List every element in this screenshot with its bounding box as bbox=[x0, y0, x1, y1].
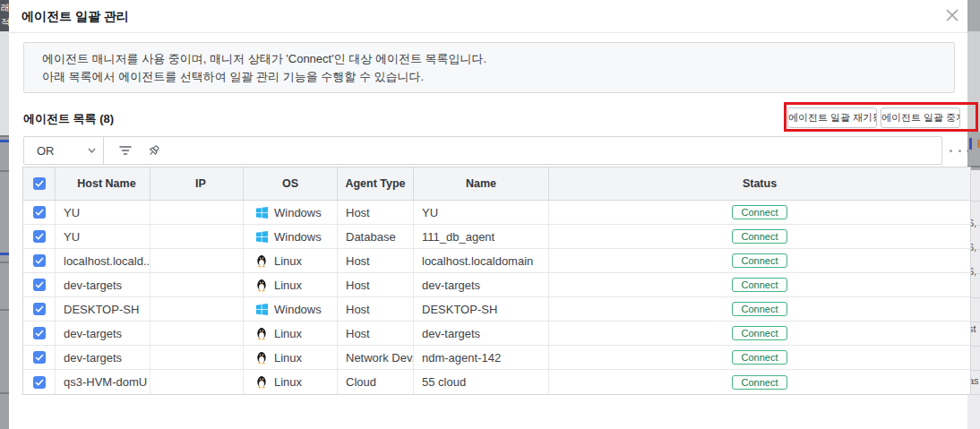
table-row: dev-targets Linux Network Dev... ndm-age… bbox=[23, 346, 970, 370]
background-left-strip: 래 적 bbox=[0, 0, 9, 429]
table-row: dev-targets Linux Host dev-targets Conne… bbox=[23, 273, 970, 297]
batch-restart-button[interactable]: 에이전트 일괄 재기동 bbox=[787, 107, 877, 128]
divider bbox=[9, 32, 967, 33]
cell-agent-type: Host bbox=[338, 249, 414, 272]
row-checkbox[interactable] bbox=[33, 206, 46, 219]
cell-ip bbox=[150, 297, 244, 321]
column-header-agent-type[interactable]: Agent Type bbox=[338, 167, 414, 200]
table-row: YU Windows Host YU Connect bbox=[23, 201, 970, 225]
cell-host-name: DESKTOP-SH bbox=[56, 297, 150, 321]
more-options-icon[interactable] bbox=[950, 143, 969, 158]
linux-icon bbox=[255, 254, 269, 268]
status-badge: Connect bbox=[732, 253, 788, 268]
background-blue-mark bbox=[0, 253, 9, 255]
notice-box: 에이전트 매니저를 사용 중이며, 매니저 상태가 'Connect'인 대상 … bbox=[23, 42, 955, 93]
row-checkbox[interactable] bbox=[33, 351, 46, 364]
windows-icon bbox=[255, 303, 269, 316]
cell-ip bbox=[150, 322, 244, 345]
column-header-name[interactable]: Name bbox=[414, 167, 549, 200]
cell-status: Connect bbox=[549, 322, 970, 345]
row-checkbox[interactable] bbox=[33, 303, 46, 315]
table-row: qs3-HVM-domU Linux Cloud 55 cloud Connec… bbox=[23, 370, 970, 394]
background-text-fragment: 래 bbox=[1, 2, 9, 13]
select-all-checkbox[interactable] bbox=[33, 177, 46, 190]
row-checkbox-cell bbox=[23, 297, 56, 321]
row-checkbox[interactable] bbox=[33, 279, 46, 291]
background-left-scroll-area bbox=[0, 135, 9, 429]
cell-host-name: dev-targets bbox=[56, 322, 150, 345]
cell-status: Connect bbox=[549, 249, 970, 272]
cell-os: Linux bbox=[244, 370, 338, 394]
close-icon[interactable] bbox=[943, 6, 961, 24]
row-checkbox-cell bbox=[23, 346, 56, 369]
status-badge: Connect bbox=[732, 302, 788, 316]
cell-name: ndm-agent-142 bbox=[414, 346, 549, 369]
filter-icon[interactable] bbox=[118, 144, 133, 157]
cell-agent-type: Database bbox=[338, 225, 414, 248]
chevron-down-icon bbox=[88, 148, 96, 153]
cell-status: Connect bbox=[549, 370, 970, 394]
cell-os: Linux bbox=[244, 249, 338, 272]
status-badge: Connect bbox=[732, 326, 788, 340]
cell-ip bbox=[150, 249, 244, 272]
column-header-os[interactable]: OS bbox=[244, 167, 338, 200]
cell-os: Linux bbox=[244, 346, 338, 369]
cell-name: DESKTOP-SH bbox=[414, 297, 549, 321]
cell-agent-type: Host bbox=[338, 297, 414, 321]
cell-agent-type: Host bbox=[338, 273, 414, 296]
column-header-host-name[interactable]: Host Name bbox=[56, 167, 150, 200]
cell-host-name: localhost.locald... bbox=[56, 249, 150, 272]
row-checkbox[interactable] bbox=[33, 376, 46, 389]
table-row: YU Windows Database 111_db_agent Connect bbox=[23, 225, 970, 249]
select-all-cell bbox=[23, 167, 56, 200]
batch-stop-button[interactable]: 에이전트 일괄 중지 bbox=[881, 107, 960, 128]
agent-batch-dialog: 에이전트 일괄 관리 에이전트 매니저를 사용 중이며, 매니저 상태가 'Co… bbox=[9, 0, 967, 429]
table-header-row: Host Name IP OS Agent Type Name Status bbox=[23, 167, 970, 201]
cell-ip bbox=[150, 370, 244, 394]
page-root: 래 적 6, 6, bbox=[0, 0, 980, 429]
row-checkbox[interactable] bbox=[33, 254, 46, 267]
linux-icon bbox=[255, 351, 269, 365]
filter-operator-value: OR bbox=[37, 144, 88, 158]
status-badge: Connect bbox=[732, 375, 788, 390]
cell-agent-type: Cloud bbox=[338, 370, 414, 394]
status-badge: Connect bbox=[732, 278, 788, 292]
column-header-status[interactable]: Status bbox=[549, 167, 970, 200]
background-left-header: 래 적 bbox=[0, 0, 9, 31]
cell-os: Linux bbox=[244, 273, 338, 296]
cell-ip bbox=[150, 346, 244, 369]
windows-icon bbox=[255, 230, 269, 244]
filter-operator-select[interactable]: OR bbox=[24, 137, 104, 164]
cell-name: localhost.localdomain bbox=[414, 249, 549, 272]
cell-name: 111_db_agent bbox=[414, 225, 549, 248]
column-header-ip[interactable]: IP bbox=[150, 167, 244, 200]
background-blue-mark bbox=[969, 138, 972, 150]
status-badge: Connect bbox=[732, 205, 788, 219]
status-badge: Connect bbox=[732, 350, 788, 365]
cell-host-name: qs3-HVM-domU bbox=[56, 370, 150, 394]
cell-name: dev-targets bbox=[414, 322, 549, 345]
cell-status: Connect bbox=[549, 201, 970, 224]
linux-icon bbox=[255, 375, 269, 389]
cell-host-name: dev-targets bbox=[56, 346, 150, 369]
agent-table-body: YU Windows Host YU Connect YU Windows Da… bbox=[23, 201, 970, 394]
cell-status: Connect bbox=[549, 225, 970, 248]
cell-name: dev-targets bbox=[414, 273, 549, 296]
cell-name: YU bbox=[414, 201, 549, 224]
row-checkbox[interactable] bbox=[33, 230, 46, 243]
cell-agent-type: Host bbox=[338, 201, 414, 224]
row-checkbox-cell bbox=[23, 273, 56, 296]
cell-host-name: YU bbox=[56, 201, 150, 224]
background-text-fragment: 적 bbox=[1, 16, 9, 28]
linux-icon bbox=[255, 327, 269, 340]
cell-host-name: dev-targets bbox=[56, 273, 150, 296]
pin-icon[interactable] bbox=[147, 144, 160, 158]
notice-line-1: 에이전트 매니저를 사용 중이며, 매니저 상태가 'Connect'인 대상 … bbox=[42, 50, 936, 68]
filter-bar: OR bbox=[23, 136, 942, 165]
table-row: localhost.locald... Linux Host localhost… bbox=[23, 249, 970, 273]
row-checkbox[interactable] bbox=[33, 327, 46, 339]
cell-name: 55 cloud bbox=[414, 370, 549, 394]
row-checkbox-cell bbox=[23, 201, 56, 224]
row-checkbox-cell bbox=[23, 370, 56, 394]
cell-agent-type: Host bbox=[338, 322, 414, 345]
